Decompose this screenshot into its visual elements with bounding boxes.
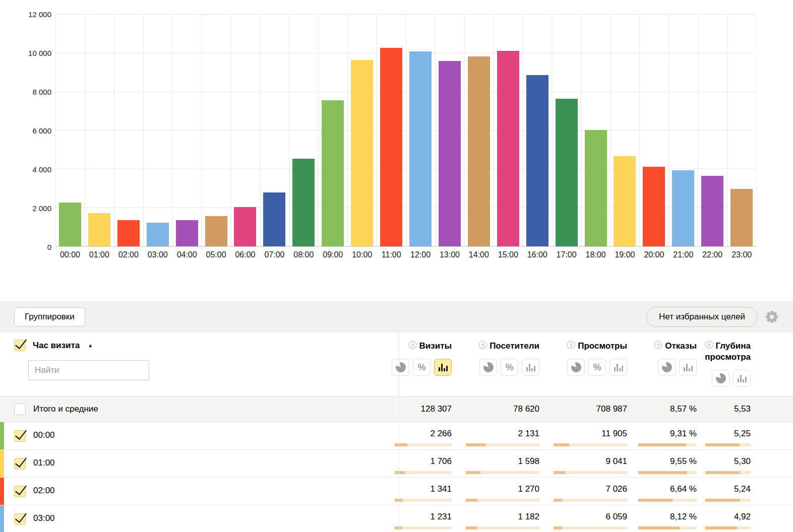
chart-bar-08:00[interactable] bbox=[292, 159, 315, 246]
chart-bar-10:00[interactable] bbox=[351, 60, 373, 246]
chart-bar-17:00[interactable] bbox=[556, 99, 578, 246]
chart-bar-00:00[interactable] bbox=[59, 203, 81, 246]
percent-view-button[interactable]: % bbox=[588, 359, 606, 376]
bars-view-button[interactable] bbox=[434, 359, 452, 376]
x-tick-label: 17:00 bbox=[552, 250, 581, 259]
x-tick-label: 07:00 bbox=[260, 250, 289, 259]
help-icon[interactable]: ? bbox=[408, 341, 417, 349]
bars-view-button[interactable] bbox=[733, 370, 751, 387]
pie-view-button[interactable] bbox=[712, 370, 729, 387]
row-checkbox[interactable] bbox=[14, 430, 26, 442]
chart-bar-20:00[interactable] bbox=[643, 167, 665, 246]
chart-bar-21:00[interactable] bbox=[672, 170, 694, 246]
totals-value: 8,57 % bbox=[627, 404, 697, 414]
metric-cell: 2 131 bbox=[452, 422, 539, 449]
metric-cell: 6 059 bbox=[539, 505, 627, 532]
table-toolbar: Группировки Метрики Выберите цель Нет из… bbox=[0, 301, 793, 332]
groupings-button[interactable]: Группировки bbox=[14, 307, 85, 326]
metric-cell: 5,24 bbox=[697, 478, 751, 505]
row-checkbox[interactable] bbox=[14, 486, 26, 497]
chart-bar-04:00[interactable] bbox=[176, 220, 198, 246]
row-label: 03:00 bbox=[33, 513, 55, 523]
table-rows: 00:002 2662 13111 9059,31 %5,2501:001 70… bbox=[0, 422, 793, 532]
chart-bar-09:00[interactable] bbox=[322, 100, 344, 246]
chart-bar-06:00[interactable] bbox=[234, 207, 256, 246]
percent-view-button[interactable]: % bbox=[501, 359, 518, 376]
chart-x-axis: 00:0001:0002:0003:0004:0005:0006:0007:00… bbox=[55, 250, 756, 259]
chart-bar-16:00[interactable] bbox=[526, 75, 548, 246]
chart-bar-23:00[interactable] bbox=[730, 189, 753, 246]
column-title[interactable]: ?Посетители bbox=[478, 341, 539, 352]
view-mode-controls bbox=[658, 359, 697, 376]
help-icon[interactable]: ? bbox=[478, 341, 487, 349]
totals-checkbox[interactable] bbox=[14, 404, 26, 415]
pie-view-button[interactable] bbox=[392, 359, 409, 376]
column-label: Просмотры bbox=[578, 341, 627, 351]
pie-view-button[interactable] bbox=[567, 359, 585, 376]
chart-bar-07:00[interactable] bbox=[263, 192, 285, 246]
pie-view-button[interactable] bbox=[479, 359, 497, 376]
totals-row: Итого и средние 128 30778 620708 9878,57… bbox=[0, 396, 793, 422]
x-tick-label: 18:00 bbox=[581, 250, 611, 259]
x-tick-label: 09:00 bbox=[318, 250, 347, 259]
x-tick-label: 04:00 bbox=[172, 250, 202, 259]
column-title[interactable]: ?Визиты bbox=[408, 341, 452, 352]
x-tick-label: 13:00 bbox=[435, 250, 464, 259]
column-title[interactable]: ?Просмотры bbox=[567, 341, 627, 352]
chart-bar-19:00[interactable] bbox=[614, 156, 636, 246]
metric-cell: 5,25 bbox=[697, 422, 751, 449]
x-tick-label: 22:00 bbox=[698, 250, 727, 259]
metric-cell: 1 182 bbox=[452, 505, 539, 532]
search-input[interactable] bbox=[28, 360, 149, 380]
help-icon[interactable]: ? bbox=[654, 341, 662, 349]
row-color-strip bbox=[0, 505, 4, 532]
bars-view-button[interactable] bbox=[679, 359, 697, 376]
y-tick-label: 10 000 bbox=[0, 49, 51, 57]
row-label: 00:00 bbox=[33, 430, 55, 440]
y-tick-label: 12 000 bbox=[0, 10, 51, 19]
y-tick-label: 8 000 bbox=[0, 88, 51, 96]
sort-ascending-icon[interactable]: ▲ bbox=[88, 343, 93, 348]
column-label: Отказы bbox=[665, 341, 697, 351]
chart-bar-22:00[interactable] bbox=[701, 176, 723, 246]
chart-bar-14:00[interactable] bbox=[468, 56, 490, 246]
table-header: Час визита ▲ ?Визиты%?Посетители%?Просмо… bbox=[0, 332, 793, 396]
dimension-header[interactable]: Час визита bbox=[33, 341, 80, 351]
x-tick-label: 12:00 bbox=[406, 250, 435, 259]
row-color-strip bbox=[0, 478, 4, 505]
column-header-Отказы: ?Отказы bbox=[627, 332, 697, 396]
row-color-strip bbox=[0, 422, 4, 449]
help-icon[interactable]: ? bbox=[705, 341, 713, 349]
percent-view-button[interactable]: % bbox=[413, 359, 431, 376]
help-icon[interactable]: ? bbox=[567, 341, 575, 349]
chart-bar-02:00[interactable] bbox=[117, 220, 140, 246]
select-all-checkbox[interactable] bbox=[14, 340, 26, 351]
row-label: 02:00 bbox=[33, 486, 55, 496]
chart-bar-05:00[interactable] bbox=[205, 216, 227, 246]
chart-bar-18:00[interactable] bbox=[585, 130, 607, 246]
gear-icon[interactable] bbox=[765, 310, 779, 324]
metric-cell: 8,12 % bbox=[627, 505, 697, 532]
column-title[interactable]: ?Глубина просмотра bbox=[697, 341, 751, 363]
table-row-03:00: 03:001 2311 1826 0598,12 %4,92 bbox=[0, 505, 793, 532]
chart-bar-15:00[interactable] bbox=[497, 51, 519, 246]
row-checkbox[interactable] bbox=[14, 513, 26, 525]
x-tick-label: 19:00 bbox=[611, 250, 640, 259]
row-checkbox[interactable] bbox=[14, 458, 26, 470]
no-favorite-goals-button[interactable]: Нет избранных целей bbox=[646, 307, 758, 327]
chart-bar-03:00[interactable] bbox=[147, 223, 169, 246]
column-title[interactable]: ?Отказы bbox=[654, 341, 697, 352]
chart-bar-11:00[interactable] bbox=[380, 48, 402, 246]
y-tick-label: 0 bbox=[0, 243, 51, 251]
pie-view-button[interactable] bbox=[658, 359, 676, 376]
totals-label: Итого и средние bbox=[33, 404, 98, 414]
y-tick-label: 4 000 bbox=[0, 165, 51, 174]
x-tick-label: 21:00 bbox=[668, 250, 698, 259]
bars-view-button[interactable] bbox=[522, 359, 539, 376]
chart-bar-12:00[interactable] bbox=[409, 51, 432, 246]
column-label: Посетители bbox=[490, 341, 539, 351]
bars-view-button[interactable] bbox=[609, 359, 627, 376]
chart-bar-01:00[interactable] bbox=[88, 213, 110, 246]
x-tick-label: 00:00 bbox=[55, 250, 85, 259]
chart-bar-13:00[interactable] bbox=[439, 61, 461, 246]
